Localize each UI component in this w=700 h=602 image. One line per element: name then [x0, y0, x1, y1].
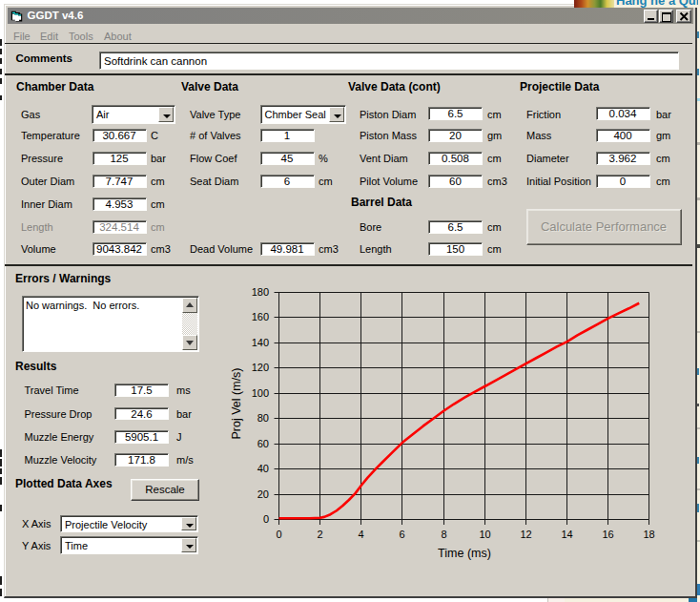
- svg-text:140: 140: [252, 337, 269, 348]
- svg-text:Proj Vel (m/s): Proj Vel (m/s): [230, 367, 243, 439]
- svg-text:120: 120: [252, 362, 269, 373]
- svg-text:18: 18: [643, 529, 654, 540]
- svg-text:10: 10: [479, 529, 490, 540]
- svg-text:180: 180: [252, 286, 269, 298]
- svg-text:16: 16: [602, 529, 613, 540]
- svg-text:14: 14: [561, 529, 572, 540]
- svg-text:160: 160: [252, 311, 269, 322]
- svg-text:Time (ms): Time (ms): [438, 547, 491, 560]
- svg-text:8: 8: [441, 529, 446, 540]
- svg-text:60: 60: [257, 438, 269, 449]
- svg-text:40: 40: [257, 463, 269, 474]
- svg-text:20: 20: [257, 488, 269, 500]
- svg-text:4: 4: [358, 529, 363, 540]
- svg-text:12: 12: [520, 529, 531, 540]
- svg-text:80: 80: [257, 412, 269, 424]
- svg-text:2: 2: [317, 529, 322, 540]
- svg-text:6: 6: [399, 529, 404, 540]
- svg-text:0: 0: [276, 529, 281, 540]
- svg-text:100: 100: [252, 387, 269, 399]
- svg-text:0: 0: [263, 513, 269, 525]
